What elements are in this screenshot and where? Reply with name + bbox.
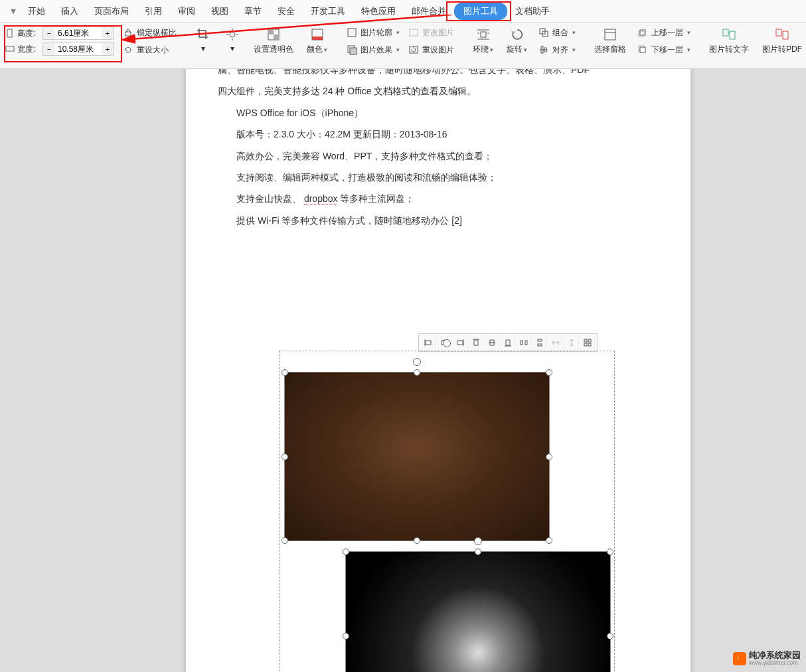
set-alpha-label: 设置透明色 (254, 44, 293, 55)
wrap-button[interactable]: 环绕▾ (469, 25, 497, 56)
selection-pane-button[interactable]: 选择窗格 (590, 25, 630, 56)
para: 高效办公，完美兼容 Word、PPT，支持多种文件格式的查看； (218, 149, 659, 163)
chevron-down-icon: ▾ (524, 46, 527, 53)
change-pic-label: 更改图片 (422, 27, 454, 39)
para: 支持阅读、编辑两种模式，打造极致的阅读和流畅的编辑体验； (218, 170, 659, 185)
resize-handle[interactable] (607, 548, 613, 555)
menu-start[interactable]: 开始 (20, 3, 53, 20)
resize-handle[interactable] (607, 633, 613, 639)
resize-handle[interactable] (414, 537, 420, 544)
sel-pane-label: 选择窗格 (594, 44, 626, 55)
menu-security[interactable]: 安全 (270, 3, 303, 20)
chevron-down-icon: ▾ (572, 46, 576, 53)
equal-width-button[interactable] (548, 336, 563, 349)
align-button[interactable]: 对齐▾ (536, 42, 577, 57)
selected-image-1[interactable] (284, 372, 550, 541)
selected-image-2[interactable] (345, 551, 611, 672)
para: 支持金山快盘、 dropbox 等多种主流网盘； (218, 191, 659, 206)
lock-ratio-toggle[interactable]: 锁定纵横比 (121, 25, 178, 40)
menu-bar: ▾ 开始 插入 页面布局 引用 审阅 视图 章节 安全 开发工具 特色应用 邮件… (0, 0, 806, 23)
align-left-button[interactable] (421, 336, 436, 349)
height-plus-button[interactable]: + (102, 27, 114, 39)
width-plus-button[interactable]: + (102, 43, 114, 55)
resize-handle[interactable] (546, 369, 552, 376)
pic-to-pdf-button[interactable]: 图片转PDF (758, 25, 806, 56)
outline-icon (346, 27, 358, 39)
para: 脑、智能电视、智能投影仪等多种设备，随时随地移动办公。包含文字、表格、演示、PD… (218, 69, 659, 77)
svg-rect-2 (125, 32, 131, 36)
set-alpha-button[interactable]: 设置透明色 (250, 25, 297, 56)
rotation-handle[interactable] (443, 339, 451, 347)
reset-picture-button[interactable]: 重设图片 (406, 42, 455, 57)
menu-review[interactable]: 审阅 (170, 3, 203, 20)
para: WPS Office for iOS（iPhone） (218, 106, 659, 120)
resize-handle[interactable] (282, 454, 288, 460)
change-reset-group: 更改图片 重设图片 (406, 25, 455, 57)
more-options-button[interactable] (580, 336, 595, 349)
menu-page-layout[interactable]: 页面布局 (86, 3, 137, 20)
width-minus-button[interactable]: − (43, 43, 55, 55)
svg-rect-30 (640, 30, 645, 35)
resize-handle[interactable] (546, 537, 552, 544)
distribute-h-button[interactable] (517, 336, 531, 349)
width-stepper[interactable]: − + (42, 42, 114, 56)
resize-handle[interactable] (414, 369, 420, 376)
align-bottom-button[interactable] (501, 336, 515, 349)
color-button[interactable]: 颜色▾ (303, 25, 331, 56)
equal-height-button[interactable] (564, 336, 579, 349)
page-text: 脑、智能电视、智能投影仪等多种设备，随时随地移动办公。包含文字、表格、演示、PD… (186, 69, 690, 248)
document-viewport[interactable]: 脑、智能电视、智能投影仪等多种设备，随时随地移动办公。包含文字、表格、演示、PD… (0, 69, 806, 672)
pic-to-text-label: 图片转文字 (709, 44, 749, 55)
menu-reference[interactable]: 引用 (137, 3, 170, 20)
menu-view[interactable]: 视图 (203, 3, 236, 20)
height-field[interactable] (55, 29, 102, 38)
pic-to-text-button[interactable]: 图片转文字 (705, 25, 753, 56)
menu-chevron-icon[interactable]: ▾ (7, 5, 20, 17)
distribute-v-button[interactable] (532, 336, 547, 349)
height-minus-button[interactable]: − (43, 27, 55, 39)
watermark-logo-icon (733, 652, 746, 665)
group-button[interactable]: 组合▾ (536, 25, 577, 40)
menu-special[interactable]: 特色应用 (353, 3, 404, 20)
width-label: 宽度: (17, 44, 40, 55)
height-label: 高度: (17, 28, 40, 39)
height-icon (5, 29, 15, 38)
brightness-button[interactable]: ▾ (220, 25, 244, 54)
watermark-url: www.yidaimei.com (749, 660, 801, 667)
align-middle-v-button[interactable] (485, 336, 499, 349)
svg-rect-55 (538, 339, 542, 341)
align-right-button[interactable] (453, 336, 467, 349)
selection-pane-icon (602, 27, 618, 42)
menu-insert[interactable]: 插入 (53, 3, 86, 20)
menu-picture-tools[interactable]: 图片工具 (454, 3, 507, 20)
svg-rect-58 (588, 339, 591, 342)
chevron-down-icon: ▾ (572, 29, 576, 36)
menu-dev-tools[interactable]: 开发工具 (303, 3, 353, 20)
resize-handle[interactable] (475, 548, 481, 555)
reset-size-button[interactable]: 重设大小 (121, 42, 178, 57)
down-layer-button[interactable]: 下移一层▾ (635, 42, 692, 57)
menu-doc-helper[interactable]: 文档助手 (507, 3, 558, 20)
svg-rect-9 (268, 29, 274, 35)
resize-handle[interactable] (343, 548, 349, 555)
svg-rect-16 (410, 29, 418, 36)
chevron-down-icon: ▾ (324, 46, 327, 53)
width-field[interactable] (55, 44, 102, 54)
menu-chapter[interactable]: 章节 (236, 3, 270, 20)
align-top-button[interactable] (469, 336, 483, 349)
resize-handle[interactable] (343, 633, 349, 639)
picture-outline-button[interactable]: 图片轮廓▾ (345, 25, 401, 40)
effect-label: 图片效果 (361, 44, 392, 56)
resize-handle[interactable] (546, 454, 552, 460)
height-stepper[interactable]: − + (42, 27, 114, 40)
picture-effect-button[interactable]: 图片效果▾ (345, 42, 401, 57)
resize-handle[interactable] (282, 537, 288, 544)
up-layer-button[interactable]: 上移一层▾ (635, 25, 692, 40)
rotate-button[interactable]: 旋转▾ (503, 25, 531, 56)
resize-handle[interactable] (282, 369, 288, 376)
rotation-handle[interactable] (413, 358, 421, 366)
crop-button[interactable]: ▾ (191, 25, 215, 54)
menu-mail-merge[interactable]: 邮件合并 (404, 3, 454, 20)
rotation-handle[interactable] (474, 537, 482, 545)
reset-size-icon (122, 44, 134, 56)
